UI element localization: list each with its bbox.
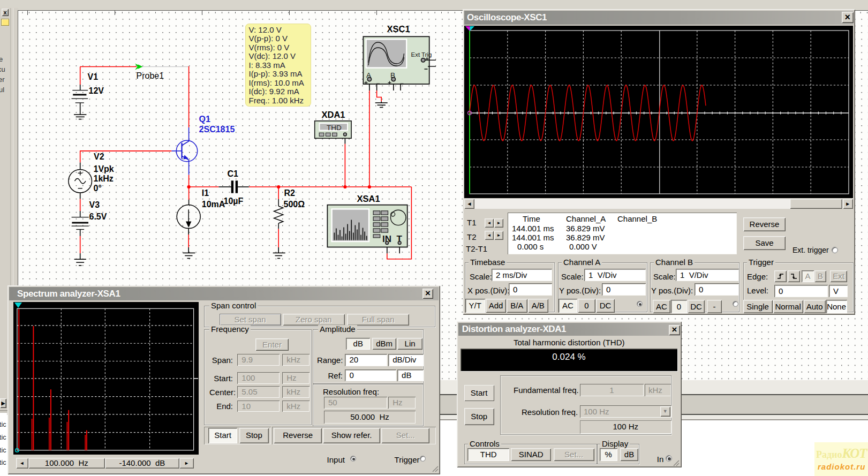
svg-text:6.5V: 6.5V: [89, 212, 107, 221]
svg-text:10mA: 10mA: [202, 200, 225, 209]
svg-text:2SC1815: 2SC1815: [199, 125, 235, 134]
svg-text:XSA1: XSA1: [357, 194, 380, 203]
svg-text:THD: THD: [327, 124, 342, 132]
svg-text:I1: I1: [202, 188, 209, 198]
svg-text:500Ω: 500Ω: [284, 200, 305, 209]
svg-text:Q1: Q1: [199, 115, 210, 124]
svg-text:Ext Trig: Ext Trig: [411, 51, 432, 58]
svg-text:B: B: [390, 71, 395, 79]
svg-text:XDA1: XDA1: [322, 110, 345, 119]
svg-text:XSC1: XSC1: [387, 24, 410, 34]
svg-text:1kHz: 1kHz: [94, 174, 114, 183]
svg-text:R2: R2: [284, 188, 296, 198]
svg-text:V1: V1: [88, 72, 99, 81]
svg-text:12V: 12V: [89, 86, 104, 95]
svg-text:C1: C1: [228, 169, 239, 178]
svg-text:A: A: [366, 71, 371, 79]
svg-text:Probe1: Probe1: [137, 71, 164, 80]
svg-text:1Vpk: 1Vpk: [94, 164, 114, 173]
svg-text:V2: V2: [94, 152, 104, 161]
svg-text:10µF: 10µF: [224, 197, 244, 206]
svg-text:0°: 0°: [94, 184, 102, 193]
svg-text:V3: V3: [89, 200, 100, 209]
